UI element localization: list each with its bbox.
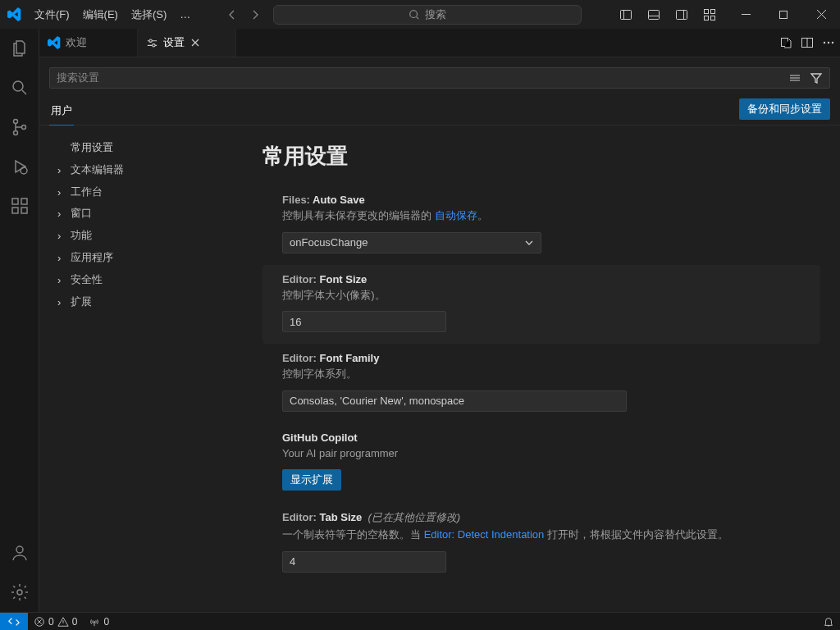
tab-welcome[interactable]: 欢迎 — [39, 29, 138, 57]
input-value: 16 — [290, 316, 301, 328]
settings-toc: 常用设置 ›文本编辑器 ›工作台 ›窗口 ›功能 ›应用程序 ›安全性 ›扩展 — [39, 126, 262, 612]
toc-workbench[interactable]: ›工作台 — [52, 181, 256, 203]
svg-point-18 — [16, 546, 23, 553]
menu-edit[interactable]: 编辑(E) — [76, 0, 125, 29]
setting-name: Tab Size — [320, 511, 363, 523]
status-ports[interactable]: 0 — [83, 616, 115, 628]
toc-security[interactable]: ›安全性 — [52, 269, 256, 291]
status-problems[interactable]: 0 0 — [28, 616, 83, 628]
detect-indentation-link[interactable]: Editor: Detect Indentation — [424, 528, 545, 541]
svg-point-21 — [153, 43, 155, 46]
editor-tabs: 欢迎 设置 — [39, 29, 840, 57]
tabsize-input[interactable]: 4 — [282, 551, 446, 573]
toggle-secondary-sidebar[interactable] — [668, 0, 696, 29]
chevron-right-icon: › — [57, 294, 61, 312]
more-actions[interactable] — [822, 36, 835, 49]
window-maximize[interactable] — [765, 0, 802, 29]
menu-file[interactable]: 文件(F) — [28, 0, 76, 29]
activity-explorer[interactable] — [0, 29, 39, 68]
tab-settings[interactable]: 设置 — [138, 29, 236, 57]
bell-icon — [823, 616, 834, 628]
setting-name: Font Family — [320, 352, 380, 364]
setting-editor-fontfamily: Editor: Font Family 控制字体系列。 Consolas, 'C… — [282, 344, 820, 423]
input-value: Consolas, 'Courier New', monospace — [290, 395, 464, 407]
menu-more[interactable]: … — [173, 0, 197, 29]
activity-scm[interactable] — [0, 107, 39, 147]
svg-rect-4 — [705, 9, 709, 13]
setting-files-autosave: Files: Auto Save 控制具有未保存更改的编辑器的 自动保存。 on… — [282, 185, 820, 265]
sync-settings-button[interactable]: 备份和同步设置 — [739, 98, 830, 120]
chevron-right-icon: › — [57, 206, 61, 223]
open-settings-json[interactable] — [779, 36, 792, 49]
settings-search-input[interactable]: 搜索设置 — [49, 67, 830, 89]
svg-point-26 — [832, 42, 833, 43]
toc-extensions[interactable]: ›扩展 — [52, 291, 256, 313]
app-logo — [0, 7, 28, 21]
activity-account[interactable] — [0, 533, 39, 573]
setting-scope: Files: — [282, 194, 313, 206]
filter-icon[interactable] — [810, 71, 823, 84]
chevron-right-icon: › — [57, 185, 61, 202]
setting-name: Auto Save — [313, 194, 365, 206]
activity-bar — [0, 29, 39, 612]
toggle-primary-sidebar[interactable] — [612, 0, 640, 29]
setting-name: GitHub Copilot — [282, 431, 804, 444]
select-value: onFocusChange — [290, 236, 368, 249]
window-close[interactable] — [802, 0, 840, 29]
error-icon — [34, 616, 45, 628]
fontfamily-input[interactable]: Consolas, 'Courier New', monospace — [282, 390, 627, 412]
toc-application[interactable]: ›应用程序 — [52, 247, 256, 269]
toc-features[interactable]: ›功能 — [52, 225, 256, 247]
autosave-select[interactable]: onFocusChange — [282, 232, 541, 253]
vscode-icon — [48, 36, 61, 49]
autosave-link[interactable]: 自动保存 — [435, 209, 477, 221]
setting-github-copilot: GitHub Copilot Your AI pair programmer 显… — [282, 423, 820, 503]
radio-tower-icon — [89, 616, 100, 628]
activity-debug[interactable] — [0, 147, 39, 186]
setting-editor-fontsize: Editor: Font Size 控制字体大小(像素)。 16 — [262, 265, 820, 345]
svg-rect-1 — [621, 10, 632, 19]
svg-point-13 — [21, 167, 27, 174]
scope-user[interactable]: 用户 — [49, 98, 74, 125]
svg-rect-2 — [649, 10, 660, 19]
settings-heading: 常用设置 — [262, 142, 820, 171]
activity-extensions[interactable] — [0, 186, 39, 226]
toggle-panel[interactable] — [640, 0, 668, 29]
svg-point-29 — [94, 621, 96, 623]
svg-rect-6 — [705, 16, 709, 20]
nav-forward[interactable] — [244, 3, 267, 26]
setting-desc: Your AI pair programmer — [282, 445, 804, 462]
chevron-right-icon: › — [57, 162, 61, 180]
fontsize-input[interactable]: 16 — [282, 311, 446, 332]
status-notifications[interactable] — [817, 616, 840, 628]
activity-settings[interactable] — [0, 573, 39, 612]
customize-layout[interactable] — [696, 0, 724, 29]
activity-search[interactable] — [0, 68, 39, 107]
svg-rect-7 — [711, 16, 715, 20]
setting-editor-tabsize: Editor: Tab Size (已在其他位置修改) 一个制表符等于的空格数。… — [282, 502, 820, 584]
svg-point-25 — [828, 42, 829, 43]
chevron-right-icon: › — [57, 228, 61, 245]
remote-indicator[interactable] — [0, 613, 28, 631]
menu-selection[interactable]: 选择(S) — [125, 0, 173, 29]
svg-point-11 — [13, 131, 17, 135]
tab-label: 设置 — [163, 35, 185, 50]
command-center[interactable]: 搜索 — [273, 5, 582, 25]
svg-rect-14 — [12, 199, 18, 204]
toc-text-editor[interactable]: ›文本编辑器 — [52, 159, 256, 181]
window-minimize[interactable] — [727, 0, 765, 29]
setting-scope: Editor: — [282, 511, 320, 523]
toc-window[interactable]: ›窗口 — [52, 203, 256, 225]
setting-scope: Editor: — [282, 273, 320, 285]
svg-point-20 — [149, 39, 152, 42]
toc-common[interactable]: 常用设置 — [52, 137, 256, 159]
show-extension-button[interactable]: 显示扩展 — [282, 469, 341, 491]
settings-icon — [146, 37, 158, 49]
nav-back[interactable] — [221, 3, 244, 26]
close-icon[interactable] — [189, 37, 203, 48]
warning-icon — [57, 616, 69, 628]
titlebar: 文件(F) 编辑(E) 选择(S) … 搜索 — [0, 0, 840, 29]
setting-desc: 控制字体大小(像素)。 — [282, 287, 804, 304]
clear-search-icon[interactable] — [788, 71, 801, 84]
split-editor[interactable] — [801, 36, 814, 49]
